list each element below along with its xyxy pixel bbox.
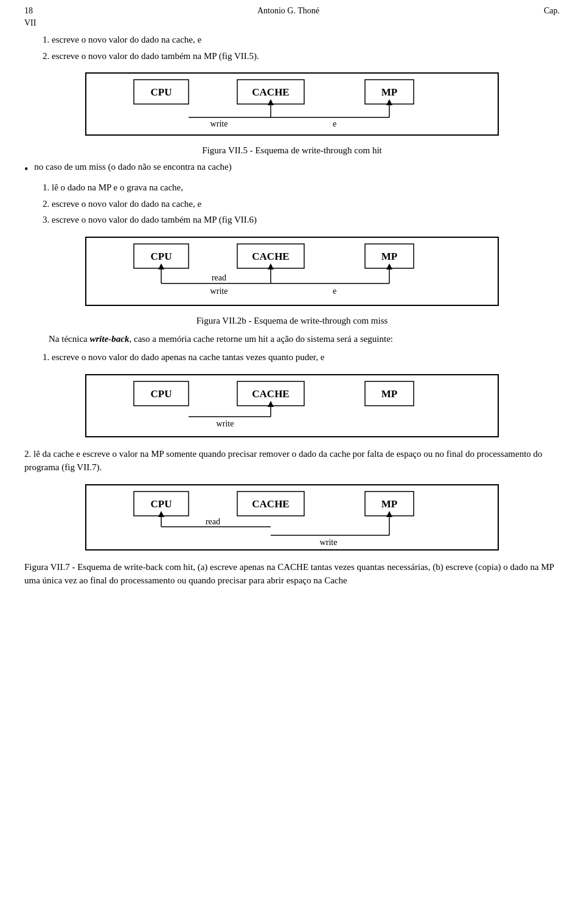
figure-7a-svg: CPU CACHE MP write bbox=[97, 375, 487, 436]
figure-6-container: CPU CACHE MP read write e bbox=[85, 237, 499, 306]
page-number: 18 bbox=[24, 6, 33, 16]
cache-label-6: CACHE bbox=[252, 251, 289, 262]
figure-5-container: CPU CACHE MP write e bbox=[85, 72, 499, 136]
mp-label: MP bbox=[381, 86, 397, 98]
figure-7b-container: CPU CACHE MP read write bbox=[85, 484, 499, 551]
miss-item-2: 2. escreve o novo valor do dado na cache… bbox=[43, 197, 560, 211]
miss-item-1: 1. lê o dado na MP e o grava na cache, bbox=[43, 181, 560, 195]
write-label: write bbox=[210, 119, 228, 128]
figure-7a-container: CPU CACHE MP write bbox=[85, 374, 499, 437]
miss-item-3: 3. escreve o novo valor do dado também n… bbox=[43, 213, 560, 227]
figure-5-svg: CPU CACHE MP write e bbox=[97, 74, 487, 134]
writeback-rest-text: , caso a memória cache retorne um hit a … bbox=[129, 334, 393, 344]
bullet-dot: • bbox=[24, 162, 28, 177]
list-item-1: 1. escreve o novo valor do dado na cache… bbox=[43, 33, 560, 47]
write-7b: write bbox=[320, 538, 338, 547]
mp-7a: MP bbox=[381, 388, 397, 400]
figure-7b-svg: CPU CACHE MP read write bbox=[97, 485, 487, 549]
read-7b: read bbox=[206, 517, 220, 526]
read-label-6: read bbox=[212, 273, 226, 282]
cpu-7b: CPU bbox=[151, 498, 172, 510]
para2-text: 2. lê da cache e escreve o valor na MP s… bbox=[24, 447, 560, 474]
miss-bullet: • no caso de um miss (o dado não se enco… bbox=[24, 162, 560, 177]
writeback-para: Na técnica write-back, caso a memória ca… bbox=[49, 332, 560, 346]
cpu-7a: CPU bbox=[151, 388, 172, 400]
cache-label: CACHE bbox=[252, 86, 289, 98]
cap-label: Cap. bbox=[544, 6, 560, 16]
figure-6-svg: CPU CACHE MP read write e bbox=[97, 238, 487, 305]
fig6-caption: Figura VII.2b - Esquema de write-through… bbox=[24, 316, 560, 326]
cpu-label: CPU bbox=[151, 86, 172, 98]
write-7a: write bbox=[217, 419, 234, 428]
cache-7b: CACHE bbox=[252, 498, 289, 510]
author-name: Antonio G. Thoné bbox=[257, 6, 319, 16]
fig7-caption: Figura VII.7 - Esquema de write-back com… bbox=[24, 560, 560, 588]
cpu-label-6: CPU bbox=[151, 251, 172, 262]
e-label-6: e bbox=[333, 287, 336, 296]
mp-label-6: MP bbox=[381, 251, 397, 262]
writeback-term: write-back bbox=[89, 334, 129, 344]
e-label: e bbox=[333, 119, 336, 128]
write-label-6: write bbox=[210, 287, 228, 296]
chapter-label: VII bbox=[24, 18, 560, 28]
mp-7b: MP bbox=[381, 498, 397, 510]
fig5-caption: Figura VII.5 - Esquema de write-through … bbox=[24, 145, 560, 156]
wb-item-1: 1. escreve o novo valor do dado apenas n… bbox=[43, 350, 560, 364]
cache-7a: CACHE bbox=[252, 388, 289, 400]
list-item-2: 2. escreve o novo valor do dado também n… bbox=[43, 49, 560, 63]
